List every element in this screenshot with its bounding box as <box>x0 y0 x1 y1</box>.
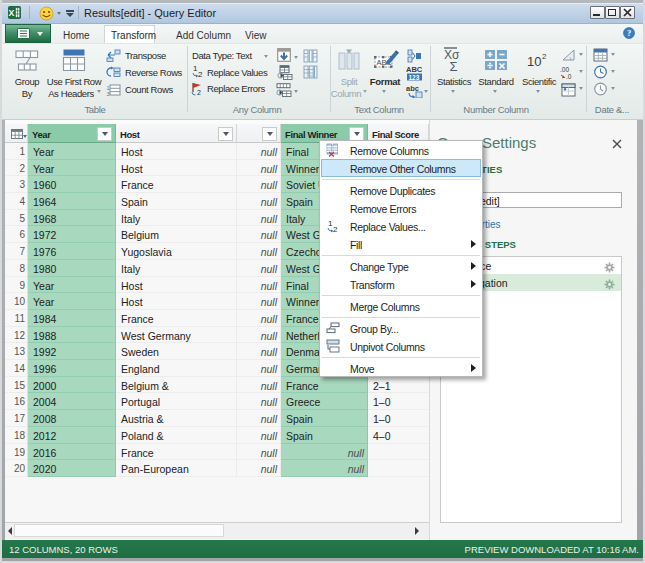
svg-text:10: 10 <box>527 54 541 69</box>
svg-text:3: 3 <box>107 91 110 96</box>
svg-text:.00: .00 <box>560 66 569 73</box>
svg-text:2: 2 <box>542 52 547 61</box>
svg-text:2: 2 <box>333 225 338 233</box>
svg-text:Σ: Σ <box>450 59 458 72</box>
svg-text:2: 2 <box>198 70 203 78</box>
svg-text:123: 123 <box>409 74 420 81</box>
svg-text:1: 1 <box>107 85 110 91</box>
svg-text:X: X <box>9 8 15 18</box>
svg-text:2: 2 <box>197 89 201 96</box>
svg-text:.0: .0 <box>566 73 572 79</box>
svg-text:?: ? <box>627 28 631 38</box>
